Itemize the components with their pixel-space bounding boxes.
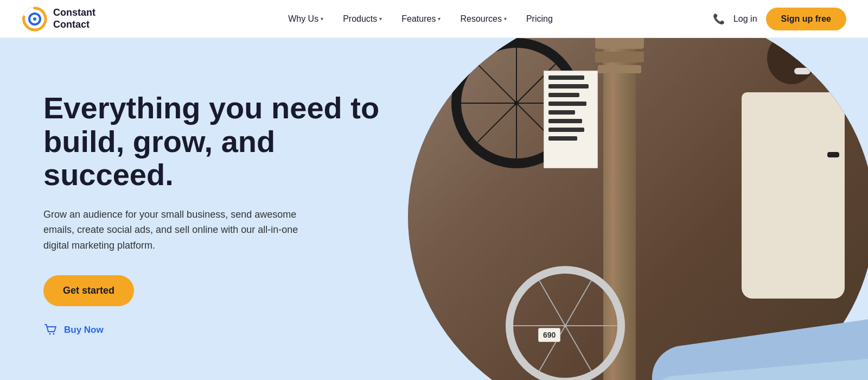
get-started-button[interactable]: Get started [43,275,134,306]
navbar: Constant Contact Why Us ▾ Products ▾ Fea… [0,0,868,38]
chevron-down-icon: ▾ [321,16,323,22]
hero-left-content: Everything you need to build, grow, and … [0,38,451,380]
chevron-down-icon: ▾ [504,16,507,22]
cart-icon [43,322,59,338]
price-tag: 690 [538,328,560,342]
nav-item-why-us[interactable]: Why Us ▾ [279,10,332,28]
nav-item-features[interactable]: Features ▾ [393,10,449,28]
watch [827,152,839,157]
buy-now-label: Buy Now [64,325,104,335]
wall-sign [544,71,598,168]
buy-now-link[interactable]: Buy Now [43,322,419,338]
login-link[interactable]: Log in [733,14,757,24]
phone-icon: 📞 [713,13,725,25]
nav-links: Why Us ▾ Products ▾ Features ▾ Resources… [279,10,561,28]
nav-item-products[interactable]: Products ▾ [334,10,391,28]
logo-link[interactable]: Constant Contact [22,6,95,32]
hero-section: Everything you need to build, grow, and … [0,38,868,380]
logo-text: Constant Contact [53,7,95,30]
bike-wheel-front [506,266,625,380]
constant-contact-logo-icon [22,6,48,32]
person-apron [742,92,845,299]
chevron-down-icon: ▾ [379,16,382,22]
svg-point-2 [33,17,36,21]
chevron-down-icon: ▾ [438,16,441,22]
hero-right-image: 690 [451,38,868,380]
hero-title: Everything you need to build, grow, and … [43,91,412,192]
nav-item-resources[interactable]: Resources ▾ [451,10,515,28]
person-glasses [792,45,819,53]
hero-subtitle: Grow an audience for your small business… [43,207,326,254]
svg-point-4 [53,333,55,335]
smile [794,68,810,74]
nav-right: 📞 Log in Sign up free [713,8,846,30]
signup-button[interactable]: Sign up free [766,8,846,30]
nav-item-pricing[interactable]: Pricing [518,10,561,28]
svg-point-3 [49,333,51,335]
nav-links-container: Why Us ▾ Products ▾ Features ▾ Resources… [95,10,713,28]
